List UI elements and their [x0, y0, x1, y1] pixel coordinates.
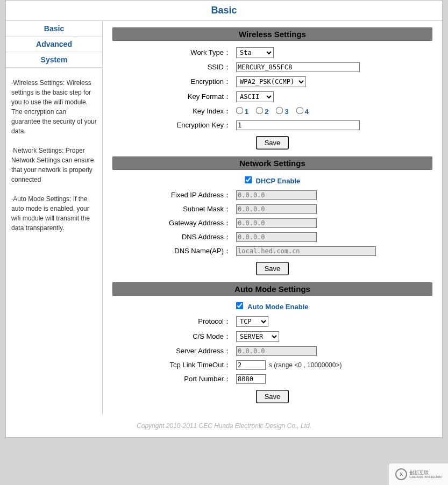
footer-text: Copyright 2010-2011 CEC Huada Electronic…	[6, 415, 442, 437]
work-type-select[interactable]: Sta	[236, 47, 274, 58]
nav-item-basic[interactable]: Basic	[6, 21, 102, 37]
gateway-label: Gateway Address：	[112, 218, 236, 228]
key-index-label: Key Index：	[112, 106, 236, 116]
sidebar: Basic Advanced System ·Wireless Settings…	[6, 21, 103, 415]
cs-mode-label: C/S Mode：	[112, 332, 236, 341]
nav-menu: Basic Advanced System	[6, 21, 102, 68]
subnet-label: Subnet Mask：	[112, 204, 236, 214]
key-index-3[interactable]: 3	[276, 107, 288, 116]
key-index-4[interactable]: 4	[296, 107, 309, 116]
nav-item-system[interactable]: System	[6, 52, 102, 68]
dns-input[interactable]	[236, 232, 317, 242]
timeout-hint: s (range <0 , 10000000>)	[269, 361, 342, 369]
subnet-input[interactable]	[236, 204, 317, 214]
fixed-ip-label: Fixed IP Address：	[112, 190, 236, 200]
dns-label: DNS Address：	[112, 232, 236, 242]
encryption-label: Encryption：	[112, 77, 236, 87]
content-area: Wireless Settings Work Type： Sta SSID： E…	[103, 21, 442, 415]
dhcp-enable-checkbox[interactable]: DHCP Enable	[245, 176, 300, 185]
gateway-input[interactable]	[236, 218, 317, 228]
encryption-key-input[interactable]	[236, 120, 360, 130]
section-automode-header: Auto Mode Settings	[112, 282, 432, 296]
key-format-select[interactable]: ASCII	[236, 91, 274, 102]
key-index-1[interactable]: 1	[236, 107, 248, 116]
dns-name-input[interactable]	[236, 246, 376, 256]
protocol-label: Protocol：	[112, 317, 236, 326]
timeout-label: Tcp Link TimeOut：	[112, 360, 236, 370]
encryption-select[interactable]: WPA2_PSK(CCMP)	[236, 76, 306, 87]
network-save-button[interactable]: Save	[257, 262, 289, 275]
watermark-logo-icon: X	[395, 468, 407, 480]
ssid-input[interactable]	[236, 62, 360, 72]
page-header: Basic	[6, 1, 442, 21]
key-format-label: Key Format：	[112, 92, 236, 102]
wireless-save-button[interactable]: Save	[257, 137, 289, 149]
port-label: Port Number：	[112, 374, 236, 384]
page-title: Basic	[6, 5, 442, 16]
help-network: ·Network Settings: Proper Network Settin…	[11, 146, 97, 184]
server-addr-input[interactable]	[236, 346, 317, 356]
work-type-label: Work Type：	[112, 48, 236, 58]
nav-item-advanced[interactable]: Advanced	[6, 37, 102, 52]
ssid-label: SSID：	[112, 62, 236, 72]
key-index-2[interactable]: 2	[256, 107, 268, 116]
help-text: ·Wireless Settings: Wireless settings is…	[6, 68, 102, 273]
timeout-input[interactable]	[236, 360, 266, 370]
fixed-ip-input[interactable]	[236, 190, 317, 200]
watermark-sub: CHUANG XINHULIAN	[409, 475, 442, 479]
protocol-select[interactable]: TCP	[236, 316, 268, 327]
automode-enable-checkbox[interactable]: Auto Mode Enable	[236, 302, 308, 311]
automode-save-button[interactable]: Save	[257, 390, 289, 403]
section-network-header: Network Settings	[112, 156, 432, 170]
watermark-brand: 创新互联	[409, 470, 442, 475]
dns-name-label: DNS Name(AP)：	[112, 246, 236, 256]
help-wireless: ·Wireless Settings: Wireless settings is…	[11, 78, 97, 136]
watermark: X 创新互联 CHUANG XINHULIAN	[389, 463, 448, 485]
server-addr-label: Server Address：	[112, 346, 236, 356]
help-automode: ·Auto Mode Settings: If the auto mode is…	[11, 194, 97, 233]
cs-mode-select[interactable]: SERVER	[236, 331, 279, 342]
port-input[interactable]	[236, 374, 266, 384]
encryption-key-label: Encryption Key：	[112, 120, 236, 130]
section-wireless-header: Wireless Settings	[112, 27, 432, 41]
